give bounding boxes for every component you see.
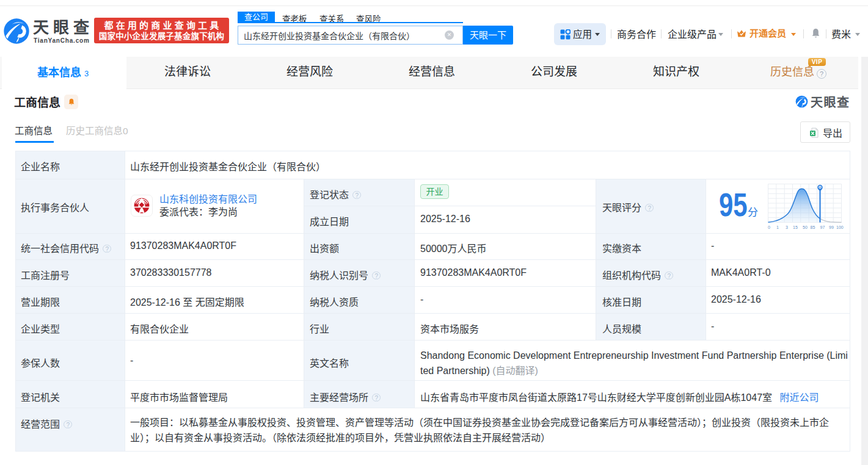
svg-text:99: 99 — [829, 225, 834, 229]
svg-text:100: 100 — [836, 225, 844, 229]
svg-text:15: 15 — [793, 225, 798, 229]
svg-text:85: 85 — [811, 225, 815, 229]
svg-text:1: 1 — [776, 225, 779, 229]
svg-text:0: 0 — [768, 225, 770, 229]
svg-text:97: 97 — [820, 225, 825, 229]
svg-text:3: 3 — [786, 225, 788, 229]
svg-text:50: 50 — [803, 225, 808, 229]
